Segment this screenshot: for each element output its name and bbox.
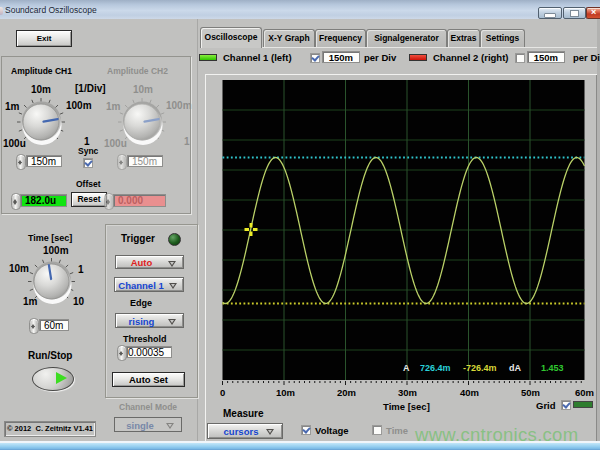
- svg-text:1.453: 1.453: [541, 363, 564, 373]
- svg-text:dA: dA: [509, 363, 521, 373]
- svg-text:-726.4m: -726.4m: [463, 363, 497, 373]
- svg-text:A: A: [403, 363, 410, 373]
- svg-text:726.4m: 726.4m: [420, 363, 451, 373]
